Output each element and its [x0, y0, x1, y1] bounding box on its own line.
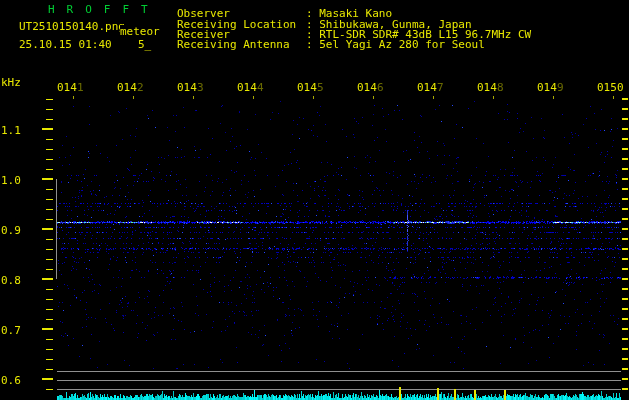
- app-title: HROFFT: [48, 3, 160, 16]
- freq-tick-label: 1.0: [1, 174, 21, 187]
- echo-count-label: 5_: [138, 38, 151, 51]
- time-tick-label: 0149: [537, 81, 564, 94]
- freq-tick-label: 0.7: [1, 324, 21, 337]
- khz-unit-label: kHz: [1, 76, 21, 89]
- time-tick-label: 0147: [417, 81, 444, 94]
- freq-tick-label: 0.8: [1, 274, 21, 287]
- time-tick-label: 0143: [177, 81, 204, 94]
- hrofft-screen: HROFFT UT2510150140.png meteor 25.10.15 …: [0, 0, 629, 400]
- time-tick-label: 0148: [477, 81, 504, 94]
- datetime-label: 25.10.15 01:40: [19, 38, 112, 51]
- time-tick-label: 0144: [237, 81, 264, 94]
- freq-tick-label: 0.6: [1, 374, 21, 387]
- time-tick-label: 0142: [117, 81, 144, 94]
- time-tick-label: 0150: [597, 81, 624, 94]
- filename-label: UT2510150140.png: [19, 20, 125, 33]
- info-value: 5el Yagi Az 280 for Seoul: [319, 38, 485, 51]
- time-tick-label: 0145: [297, 81, 324, 94]
- series-label: meteor: [120, 25, 160, 38]
- time-tick-label: 0141: [57, 81, 84, 94]
- spectrogram-canvas: [0, 0, 629, 400]
- info-label: Receiving Antenna: [177, 38, 290, 51]
- freq-tick-label: 0.9: [1, 224, 21, 237]
- colon-separator: :: [306, 38, 319, 51]
- freq-tick-label: 1.1: [1, 124, 21, 137]
- time-tick-label: 0146: [357, 81, 384, 94]
